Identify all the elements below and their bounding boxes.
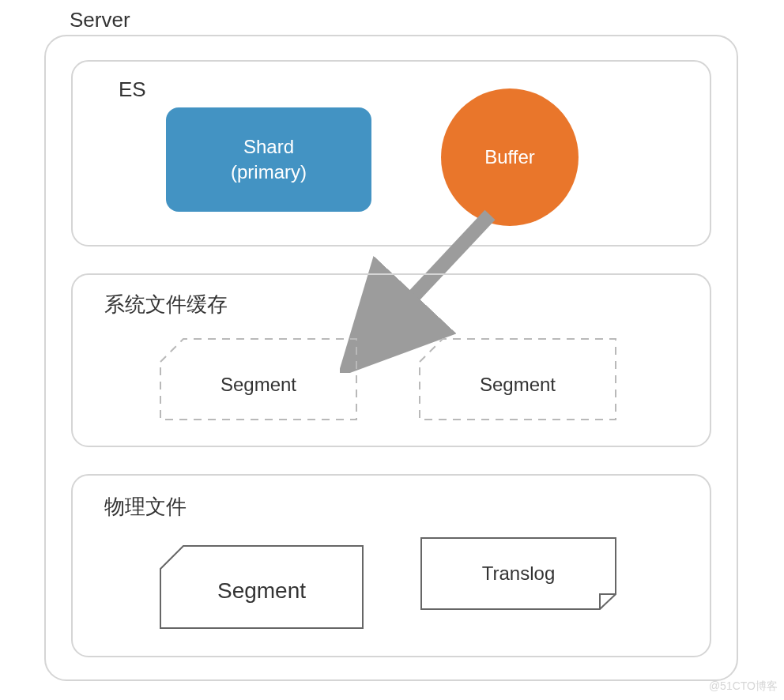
cache-segment-2-label: Segment <box>419 338 616 420</box>
disk-segment: Segment <box>160 545 364 629</box>
disk-translog-label: Translog <box>420 537 616 610</box>
es-container: ES Shard (primary) Buffer <box>71 60 711 247</box>
cache-segment-2: Segment <box>419 338 616 420</box>
server-container: ES Shard (primary) Buffer 系统文件缓存 Segment <box>44 35 738 681</box>
disk-label: 物理文件 <box>104 493 187 521</box>
watermark: @51CTO博客 <box>709 679 778 694</box>
buffer-node: Buffer <box>441 88 579 226</box>
disk-container: 物理文件 Segment Translog <box>71 474 711 657</box>
shard-primary: Shard (primary) <box>166 107 371 212</box>
es-label: ES <box>119 77 146 102</box>
cache-segment-1-label: Segment <box>160 338 357 420</box>
cache-segment-1: Segment <box>160 338 357 420</box>
file-cache-container: 系统文件缓存 Segment Segment <box>71 273 711 447</box>
shard-line2: (primary) <box>231 160 307 185</box>
buffer-label: Buffer <box>484 146 535 168</box>
shard-line1: Shard <box>243 134 294 160</box>
disk-segment-label: Segment <box>160 545 364 629</box>
server-label: Server <box>70 8 130 32</box>
disk-translog: Translog <box>420 537 616 610</box>
file-cache-label: 系统文件缓存 <box>104 291 228 318</box>
